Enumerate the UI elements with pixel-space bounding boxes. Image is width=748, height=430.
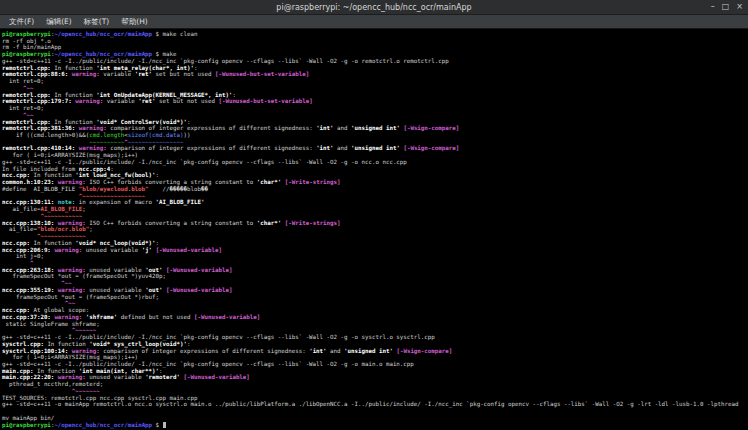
terminal-line: ^~~~~~~~ bbox=[2, 388, 748, 395]
terminal-line: remotctrl.cpp:381:36: warning: compariso… bbox=[2, 125, 748, 132]
terminal-line: pi@raspberrypi:~/opencc_hub/ncc_ocr/main… bbox=[2, 422, 748, 429]
terminal-line: ncc.cpp:130:11: note: in expansion of ma… bbox=[2, 199, 748, 206]
menu-item-tabs[interactable]: 标签(T) bbox=[78, 16, 115, 28]
terminal-line: pthread_t nccthrd,remoterd; bbox=[2, 381, 748, 388]
terminal-line: remotctrl.cpp:179:7: warning: variable '… bbox=[2, 98, 748, 105]
terminal-line: g++ -std=c++11 -o mainApp remotctrl.o nc… bbox=[2, 401, 748, 408]
terminal-line: sysctrl.cpp: In function 'void* sys_ctrl… bbox=[2, 341, 748, 348]
terminal-line: ncc.cpp: At global scope: bbox=[2, 307, 748, 314]
terminal-line: ncc.cpp: In function 'int lowd_ncc_fw(bo… bbox=[2, 172, 748, 179]
terminal-line: frameSpecOut *out = (frameSpecOut *)rbuf… bbox=[2, 294, 748, 301]
menu-item-edit[interactable]: 编辑(E) bbox=[40, 16, 78, 28]
terminal-line: for ( i=0;i<ARRAYSIZE(msg_maps);i++) bbox=[2, 152, 748, 159]
terminal-line: sysctrl.cpp:100:14: warning: comparison … bbox=[2, 348, 748, 355]
terminal-line: remotctrl.cpp: In function 'void* Contro… bbox=[2, 119, 748, 126]
terminal-line: main.cpp:22:20: warning: unused variable… bbox=[2, 374, 748, 381]
terminal-line: int j=0; bbox=[2, 253, 748, 260]
window-titlebar: pi@raspberrypi: ~/opencc_hub/ncc_ocr/mai… bbox=[0, 0, 748, 15]
terminal-line: if ((cmd.length>0)&&(cmd.length<sizeof(c… bbox=[2, 132, 748, 139]
terminal-line: pi@raspberrypi:~/opencc_hub/ncc_ocr/main… bbox=[2, 51, 748, 58]
terminal-line: g++ -std=c++11 -c -I../public/include/ -… bbox=[2, 361, 748, 368]
terminal-output[interactable]: pi@raspberrypi:~/opencc_hub/ncc_ocr/main… bbox=[0, 29, 748, 430]
terminal-line: remotctrl.cpp: In function 'int meta_rel… bbox=[2, 65, 748, 72]
terminal-line: rm -rf obj *.o bbox=[2, 38, 748, 45]
terminal-line: rm -f bin/mainApp bbox=[2, 44, 748, 51]
terminal-line: ~~~~~~~~~~^~~~~~~~~~~~~~~~~ bbox=[2, 139, 748, 146]
terminal-line: g++ -std=c++11 -c -I../public/include/ -… bbox=[2, 159, 748, 166]
terminal-line: ^ bbox=[2, 260, 748, 267]
terminal-line: In file included from ncc.cpp:4: bbox=[2, 166, 748, 173]
terminal-line: static SingleFrame shframe; bbox=[2, 321, 748, 328]
terminal-line: ^~~ bbox=[2, 112, 748, 119]
terminal-line: ncc.cpp: In function 'void* ncc_loop(voi… bbox=[2, 240, 748, 247]
terminal-line: ncc.cpp:355:19: warning: unused variable… bbox=[2, 287, 748, 294]
menu-item-help[interactable]: 帮助(H) bbox=[115, 16, 154, 28]
menu-item-file[interactable]: 文件(F) bbox=[3, 16, 40, 28]
terminal-line: main.cpp: In function 'int main(int, cha… bbox=[2, 368, 748, 375]
terminal-line: ^~~ bbox=[2, 300, 748, 307]
terminal-line: pi@raspberrypi:~/opencc_hub/ncc_ocr/main… bbox=[2, 31, 748, 38]
maximize-icon[interactable]: □ bbox=[722, 3, 730, 11]
terminal-line: ai_file=AI_BLOB_FILE; bbox=[2, 206, 748, 213]
terminal-line bbox=[2, 408, 748, 415]
terminal-line: int ret=0; bbox=[2, 78, 748, 85]
terminal-line: ncc.cpp:138:10: warning: ISO C++ forbids… bbox=[2, 220, 748, 227]
terminal-line: for ( i=0;i<ARRAYSIZE(msg_maps);i++) bbox=[2, 354, 748, 361]
close-icon[interactable]: × bbox=[736, 3, 743, 11]
window-title: pi@raspberrypi: ~/opencc_hub/ncc_ocr/mai… bbox=[276, 3, 471, 12]
terminal-line: ^~~ bbox=[2, 280, 748, 287]
terminal-line: ^~~~~~~~~~~~~~~~~~~ bbox=[2, 193, 748, 200]
terminal-line: g++ -std=c++11 -c -I../public/include/ -… bbox=[2, 334, 748, 341]
terminal-line: ncc.cpp:206:9: warning: unused variable … bbox=[2, 247, 748, 254]
terminal-line: common.h:10:23: warning: ISO C++ forbids… bbox=[2, 179, 748, 186]
terminal-line: ^~~~~~~~~~~~ bbox=[2, 213, 748, 220]
terminal-line: remotctrl.cpp: In function 'int OnUpdate… bbox=[2, 92, 748, 99]
terminal-line: ^~~ bbox=[2, 85, 748, 92]
terminal-line: mv mainApp bin/ bbox=[2, 415, 748, 422]
terminal-line: TEST_SOURCES: remotctrl.cpp ncc.cpp sysc… bbox=[2, 395, 748, 402]
terminal-cursor bbox=[163, 422, 166, 428]
terminal-line: ai_file="blob/ocr.blob"; bbox=[2, 226, 748, 233]
minimize-icon[interactable]: – bbox=[711, 3, 715, 11]
terminal-line: int ret=0; bbox=[2, 105, 748, 112]
terminal-line: remotctrl.cpp:88:6: warning: variable 'r… bbox=[2, 71, 748, 78]
terminal-line: frameSpecOut *out = (frameSpecOut *)yuv4… bbox=[2, 273, 748, 280]
terminal-line: ncc.cpp:37:20: warning: 'shframe' define… bbox=[2, 314, 748, 321]
terminal-line: ^~~~~~~~~~~~~~ bbox=[2, 233, 748, 240]
menubar: 文件(F) 编辑(E) 标签(T) 帮助(H) bbox=[0, 15, 748, 29]
terminal-line: ncc.cpp:263:18: warning: unused variable… bbox=[2, 267, 748, 274]
terminal-line: g++ -std=c++11 -c -I../public/include/ -… bbox=[2, 58, 748, 65]
terminal-line: ^~~~~~~ bbox=[2, 327, 748, 334]
window-controls: – □ × bbox=[711, 0, 743, 14]
terminal-line: remotctrl.cpp:410:14: warning: compariso… bbox=[2, 145, 748, 152]
terminal-line: #define AI_BLOB_FILE "blob/eyecloud.blob… bbox=[2, 186, 748, 193]
